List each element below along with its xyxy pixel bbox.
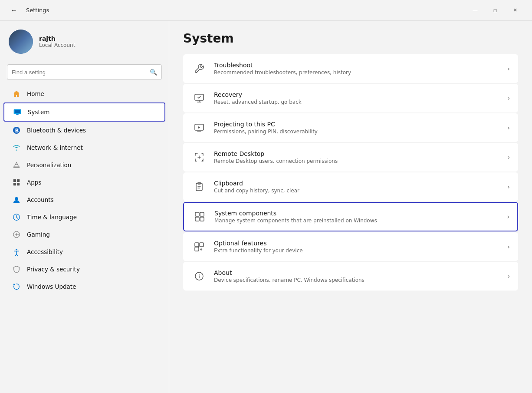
- sidebar-item-system[interactable]: System: [3, 102, 165, 122]
- sidebar-item-privacy[interactable]: Privacy & security: [3, 261, 165, 278]
- minimize-button[interactable]: —: [465, 3, 485, 17]
- svg-point-20: [16, 249, 17, 251]
- remote-desktop-text: Remote DesktopRemote Desktop users, conn…: [214, 150, 500, 164]
- svg-point-11: [15, 197, 18, 200]
- svg-rect-8: [17, 179, 20, 182]
- svg-rect-7: [13, 179, 16, 182]
- sidebar-item-label-time: Time & language: [27, 214, 77, 221]
- app-title: Settings: [26, 7, 49, 13]
- clipboard-icon: [191, 179, 207, 195]
- search-icon: 🔍: [150, 69, 157, 76]
- sidebar-item-accounts[interactable]: Accounts: [3, 191, 165, 208]
- sidebar-item-update[interactable]: Windows Update: [3, 278, 165, 295]
- update-icon: [12, 282, 21, 291]
- svg-point-19: [18, 234, 19, 235]
- remote-desktop-chevron-icon: ›: [507, 154, 510, 161]
- sidebar-item-network[interactable]: Network & internet: [3, 139, 165, 156]
- settings-list: TroubleshootRecommended troubleshooters,…: [183, 54, 518, 291]
- setting-item-troubleshoot[interactable]: TroubleshootRecommended troubleshooters,…: [183, 54, 518, 83]
- system-components-title: System components: [214, 210, 500, 217]
- setting-item-about[interactable]: AboutDevice specifications, rename PC, W…: [183, 262, 518, 291]
- svg-text:B: B: [15, 128, 19, 134]
- sidebar-item-personalization[interactable]: Personalization: [3, 156, 165, 174]
- optional-features-icon: [191, 239, 207, 254]
- setting-item-clipboard[interactable]: ClipboardCut and copy history, sync, cle…: [183, 172, 518, 201]
- about-desc: Device specifications, rename PC, Window…: [214, 277, 500, 283]
- time-icon: [12, 213, 21, 221]
- svg-rect-32: [200, 217, 204, 221]
- setting-item-system-components[interactable]: System componentsManage system component…: [183, 202, 518, 231]
- svg-rect-2: [16, 114, 18, 115]
- recovery-desc: Reset, advanced startup, go back: [214, 99, 500, 105]
- optional-features-text: Optional featuresExtra functionality for…: [214, 240, 500, 254]
- page-title: System: [183, 31, 518, 46]
- search-input[interactable]: [12, 69, 146, 76]
- nav-list: HomeSystemBBluetooth & devicesNetwork & …: [0, 85, 169, 295]
- setting-item-optional-features[interactable]: Optional featuresExtra functionality for…: [183, 232, 518, 261]
- projecting-icon: [191, 120, 207, 135]
- sidebar-item-gaming[interactable]: Gaming: [3, 226, 165, 243]
- troubleshoot-title: Troubleshoot: [214, 62, 500, 69]
- projecting-title: Projecting to this PC: [214, 121, 500, 128]
- svg-rect-30: [200, 212, 204, 216]
- back-button[interactable]: ←: [7, 3, 21, 17]
- sidebar-item-label-accessibility: Accessibility: [27, 248, 63, 255]
- svg-rect-1: [15, 110, 20, 113]
- svg-line-14: [16, 217, 18, 218]
- svg-rect-10: [17, 183, 20, 185]
- profile-name: rajth: [39, 35, 75, 42]
- app-body: rajth Local Account 🔍 HomeSystemBBluetoo…: [0, 21, 532, 393]
- troubleshoot-desc: Recommended troubleshooters, preferences…: [214, 69, 500, 76]
- about-chevron-icon: ›: [507, 273, 510, 280]
- sidebar: rajth Local Account 🔍 HomeSystemBBluetoo…: [0, 21, 169, 393]
- recovery-chevron-icon: ›: [507, 95, 510, 102]
- about-title: About: [214, 269, 500, 276]
- setting-item-remote-desktop[interactable]: Remote DesktopRemote Desktop users, conn…: [183, 143, 518, 172]
- clipboard-title: Clipboard: [214, 180, 500, 187]
- personalization-icon: [12, 161, 21, 169]
- home-icon: [12, 89, 21, 98]
- maximize-button[interactable]: □: [485, 3, 505, 17]
- search-container: 🔍: [0, 61, 169, 85]
- search-box[interactable]: 🔍: [7, 64, 162, 80]
- about-text: AboutDevice specifications, rename PC, W…: [214, 269, 500, 283]
- sidebar-item-label-accounts: Accounts: [27, 196, 54, 203]
- system-components-icon: [192, 209, 207, 225]
- sidebar-item-label-gaming: Gaming: [27, 231, 50, 238]
- system-components-text: System componentsManage system component…: [214, 210, 500, 224]
- title-bar: ← Settings — □ ✕: [0, 0, 532, 21]
- remote-desktop-icon: [191, 149, 207, 165]
- troubleshoot-chevron-icon: ›: [507, 65, 510, 72]
- setting-item-projecting[interactable]: Projecting to this PCPermissions, pairin…: [183, 113, 518, 142]
- projecting-text: Projecting to this PCPermissions, pairin…: [214, 121, 500, 135]
- sidebar-item-apps[interactable]: Apps: [3, 174, 165, 191]
- apps-icon: [12, 178, 21, 187]
- svg-rect-34: [200, 243, 204, 247]
- network-icon: [12, 143, 21, 152]
- profile-subtitle: Local Account: [39, 42, 75, 48]
- remote-desktop-title: Remote Desktop: [214, 150, 500, 157]
- sidebar-item-label-network: Network & internet: [27, 144, 83, 151]
- bluetooth-icon: B: [12, 126, 21, 135]
- sidebar-item-home[interactable]: Home: [3, 85, 165, 102]
- setting-item-recovery[interactable]: RecoveryReset, advanced startup, go back…: [183, 84, 518, 112]
- sidebar-profile: rajth Local Account: [0, 21, 169, 61]
- optional-features-title: Optional features: [214, 240, 500, 247]
- close-button[interactable]: ✕: [505, 3, 525, 17]
- system-icon: [13, 108, 22, 116]
- window-controls: — □ ✕: [465, 3, 525, 17]
- privacy-icon: [12, 265, 21, 274]
- sidebar-item-time[interactable]: Time & language: [3, 208, 165, 226]
- gaming-icon: [12, 230, 21, 239]
- clipboard-desc: Cut and copy history, sync, clear: [214, 188, 500, 194]
- sidebar-item-label-apps: Apps: [27, 179, 41, 186]
- sidebar-item-label-system: System: [28, 109, 49, 116]
- svg-rect-5: [13, 167, 20, 168]
- optional-features-chevron-icon: ›: [507, 243, 510, 250]
- sidebar-item-label-bluetooth: Bluetooth & devices: [27, 127, 86, 134]
- sidebar-item-bluetooth[interactable]: BBluetooth & devices: [3, 122, 165, 139]
- main-content: System TroubleshootRecommended troublesh…: [169, 21, 532, 393]
- sidebar-item-accessibility[interactable]: Accessibility: [3, 243, 165, 261]
- recovery-icon: [191, 90, 207, 106]
- profile-info: rajth Local Account: [39, 35, 75, 48]
